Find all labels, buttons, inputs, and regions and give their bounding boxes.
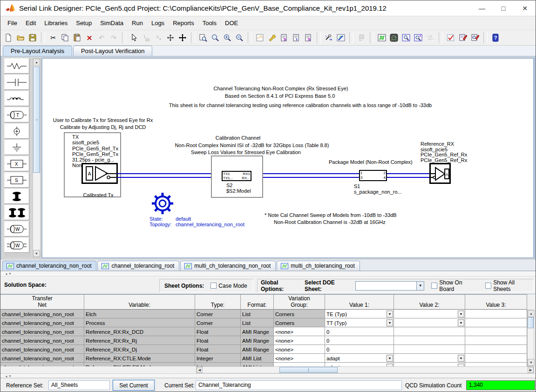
current-set-field[interactable]: Channel_Tolerancing <box>196 380 402 390</box>
cell-value3[interactable] <box>465 318 527 327</box>
net-wrench-button[interactable] <box>335 32 347 44</box>
scroll-up-icon[interactable]: ▲ <box>528 310 535 317</box>
schematic-canvas[interactable]: Channel Tolerancing Non-Root Complex (Rx… <box>41 58 534 258</box>
waveform-viewer-button[interactable] <box>376 32 388 44</box>
menu-logs[interactable]: Logs <box>147 18 169 28</box>
edit-sim-button[interactable] <box>457 32 469 44</box>
tab-post-layout-verification[interactable]: Post-Layout Verification <box>73 46 153 56</box>
inspect-doc-button[interactable] <box>400 32 412 44</box>
case-mode-checkbox[interactable] <box>210 283 217 289</box>
menu-run[interactable]: Run <box>128 18 147 28</box>
save-button[interactable] <box>27 32 39 44</box>
dropdown-arrow-icon[interactable]: ▼ <box>416 282 424 290</box>
cell-value2-combo[interactable]: ▼ <box>394 363 465 366</box>
net-reroute-button[interactable] <box>152 32 164 44</box>
sheet-tab-multi-ch-tolerancing-root[interactable]: multi_ch_tolerancing_root <box>277 261 360 270</box>
new-file-button[interactable] <box>2 32 14 44</box>
menu-edit[interactable]: Edit <box>21 18 40 28</box>
select-pointer-button[interactable] <box>128 32 140 44</box>
redo-button[interactable]: ↷ <box>108 32 120 44</box>
col-header-value3[interactable]: Value 3: <box>465 295 527 310</box>
cell-value1-combo[interactable]: adapt▼ <box>325 363 394 366</box>
zoom-button[interactable] <box>209 32 221 44</box>
palette-source-button[interactable] <box>4 123 29 139</box>
inspect-doc-alt-button[interactable] <box>412 32 424 44</box>
doe-sheet-select[interactable]: ▼ <box>355 281 425 291</box>
reference-set-field[interactable]: All_Sheets <box>48 380 110 390</box>
show-on-board-checkbox[interactable] <box>431 283 437 289</box>
cut-button[interactable]: ✂ <box>47 32 59 44</box>
table-horizontal-scrollbar[interactable]: ◀ ║ ▶ <box>196 366 534 373</box>
close-button[interactable]: ✕ <box>514 0 536 16</box>
package-symbol[interactable]: 1 3 2 4 <box>359 170 387 181</box>
scrollbar-thumb[interactable] <box>528 317 534 328</box>
show-all-sheets-checkbox[interactable] <box>485 283 491 289</box>
wire-tx-to-cal-n[interactable] <box>117 177 222 178</box>
sheet-tab-channel-tolerancing-non-root[interactable]: channel_tolerancing_non_root <box>2 261 96 270</box>
cell-value3[interactable] <box>465 310 527 318</box>
cell-value1[interactable]: 0 <box>325 327 394 336</box>
set-current-button[interactable]: Set Current <box>113 380 155 391</box>
table-vertical-scrollbar[interactable]: ▲ ▼ <box>527 310 534 366</box>
horizontal-splitter[interactable]: ▲ ▼ <box>0 373 536 378</box>
cell-value2-combo[interactable]: ▼ <box>394 310 465 318</box>
palette-capacitor-button[interactable] <box>4 74 29 90</box>
minimize-button[interactable]: — <box>471 0 493 16</box>
wire-pkg-to-rx-n[interactable] <box>387 177 429 178</box>
col-header-value1[interactable]: Value 1: <box>325 295 394 310</box>
col-header-variable[interactable]: Variable: <box>84 295 195 310</box>
cell-value3[interactable] <box>465 354 527 363</box>
scrollbar-thumb[interactable]: ≡ <box>33 67 40 173</box>
crosshair-button[interactable] <box>164 32 176 44</box>
sheet-tab-channel-tolerancing-root[interactable]: channel_tolerancing_root <box>97 261 179 270</box>
probe-sheet-button[interactable] <box>254 32 266 44</box>
cell-value1-combo[interactable]: TT (Typ)▼ <box>325 318 394 327</box>
col-header-variation-group[interactable]: VariationGroup: <box>274 295 325 310</box>
menu-file[interactable]: File <box>3 18 21 28</box>
report-sheet-s2-button[interactable]: S <box>302 32 314 44</box>
palette-resistor-button[interactable] <box>4 58 29 74</box>
palette-s-element-button[interactable]: S <box>4 172 29 188</box>
cell-value1-combo[interactable]: adapt▼ <box>325 354 394 363</box>
signal-wrench-button[interactable] <box>323 32 335 44</box>
maximize-button[interactable]: □ <box>493 0 514 16</box>
palette-tline-button[interactable]: T <box>4 107 29 122</box>
scroll-down-icon[interactable]: ▼ <box>33 250 40 257</box>
scroll-down-icon[interactable]: ▼ <box>528 359 535 366</box>
menu-libraries[interactable]: Libraries <box>40 18 72 28</box>
palette-via-button[interactable] <box>4 189 29 204</box>
cell-value2[interactable] <box>394 336 465 345</box>
cell-value3[interactable] <box>465 327 527 336</box>
wire-tx-to-cal-p[interactable] <box>117 173 222 174</box>
undo-button[interactable]: ↶ <box>95 32 108 44</box>
open-button[interactable] <box>14 32 27 44</box>
copy-button[interactable] <box>59 32 71 44</box>
palette-inductor-button[interactable] <box>4 91 29 106</box>
tab-pre-layout-analysis[interactable]: Pre-Layout Analysis <box>3 46 72 56</box>
report-sheet-i-button[interactable]: I <box>290 32 302 44</box>
scroll-left-icon[interactable]: ◀ <box>197 367 203 373</box>
verify-sim-button[interactable] <box>469 32 481 44</box>
wrench-tool-button[interactable] <box>266 32 278 44</box>
palette-differential-via-button[interactable] <box>4 205 29 220</box>
palette-coupled-w-line-button[interactable]: W <box>4 237 29 253</box>
delete-button[interactable]: ✕ <box>83 32 95 44</box>
scrollbar-thumb[interactable]: ║ <box>279 367 338 373</box>
canvas-vertical-scrollbar[interactable]: ▲ ≡ ▼ <box>33 58 41 257</box>
paste-button[interactable] <box>71 32 83 44</box>
cell-value2-combo[interactable]: ▼ <box>394 318 465 327</box>
palette-ground-button[interactable] <box>4 140 29 155</box>
rx-buffer-symbol[interactable]: A <box>429 163 451 184</box>
sheet-tab-multi-ch-tolerancing-non-root[interactable]: multi_ch_tolerancing_non_root <box>180 261 276 270</box>
zoom-page-button[interactable] <box>197 32 209 44</box>
horizontal-splitter[interactable]: ▲ ▼ <box>0 271 536 277</box>
check-sim-button[interactable] <box>445 32 457 44</box>
cell-value1-combo[interactable]: TE (Typ)▼ <box>325 310 394 318</box>
net-drag-button[interactable] <box>140 32 152 44</box>
scroll-up-icon[interactable]: ▲ <box>33 59 40 66</box>
wire-pkg-to-rx-p[interactable] <box>387 173 429 174</box>
col-header-type[interactable]: Type: <box>195 295 241 310</box>
col-header-value2[interactable]: Value 2: <box>394 295 465 310</box>
menu-doe[interactable]: DOE <box>221 18 242 28</box>
menu-simdata[interactable]: SimData <box>96 18 128 28</box>
